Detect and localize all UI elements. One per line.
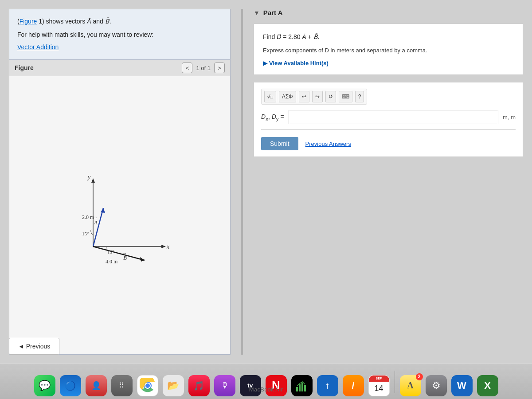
previous-button[interactable]: ◄ Previous — [9, 338, 59, 355]
find-equation: Find D⃗ = 2.80 Ā + B̄. — [263, 32, 514, 42]
dock-item-keynote[interactable]: / — [341, 367, 365, 396]
svg-rect-15 — [299, 384, 301, 391]
finder-icon: 🔵 — [60, 375, 81, 396]
svg-rect-17 — [304, 385, 306, 391]
sqrt-icon: √ — [267, 94, 270, 100]
submit-row: Submit Previous Answers — [261, 137, 516, 150]
launchpad-icon: ⠿ — [111, 375, 133, 396]
svg-text:→: → — [122, 250, 127, 255]
dock-item-netflix[interactable]: N — [264, 367, 288, 396]
dock-item-files[interactable]: 📂 — [161, 367, 185, 396]
dock-item-finder[interactable]: 🔵 — [59, 367, 82, 396]
figure-area: Figure < 1 of 1 > — [9, 60, 231, 355]
redo-btn[interactable]: ↪ — [312, 91, 323, 102]
dock-item-word[interactable]: W — [450, 367, 474, 396]
answer-input[interactable] — [289, 110, 498, 124]
part-collapse-arrow[interactable]: ▼ — [254, 9, 260, 16]
symbol-btn[interactable]: ΑΣΦ — [279, 91, 296, 102]
dock-item-messages[interactable]: 💬 — [33, 367, 57, 396]
svg-marker-1 — [91, 178, 95, 183]
photos-icon: ↑ — [317, 375, 338, 396]
dock-item-launchpad[interactable]: ⠿ — [110, 367, 134, 396]
svg-line-4 — [93, 208, 103, 246]
figure-canvas: y x 15° A → — [9, 76, 230, 354]
refresh-btn[interactable]: ↺ — [325, 91, 336, 102]
macos-dock: 💬 🔵 👤 ⠿ — [0, 364, 532, 399]
messages-icon: 💬 — [34, 375, 55, 396]
dock-item-chrome[interactable] — [136, 367, 160, 396]
part-content: Find D⃗ = 2.80 Ā + B̄. Express component… — [254, 23, 523, 75]
svg-line-7 — [93, 246, 145, 260]
appletv-icon: tv — [240, 375, 261, 396]
dock-item-calendar[interactable]: SEP 14 — [367, 367, 391, 396]
vector-a-label: A — [94, 219, 98, 226]
content-area: (Figure 1) shows vectors Ā and B̄. For h… — [0, 0, 532, 364]
notes-badge: 2 — [416, 373, 423, 380]
input-row: Dx, Dy = m, m — [261, 110, 516, 124]
chrome-icon — [137, 375, 158, 396]
problem-intro: (Figure 1) shows vectors Ā and B̄. — [17, 16, 222, 27]
y-axis-label: y — [87, 174, 91, 180]
calendar-date: 14 — [374, 384, 383, 393]
dock-separator — [395, 371, 395, 393]
calendar-month: SEP — [376, 377, 382, 380]
angle-a-label: 15° — [82, 231, 89, 236]
dock-item-music[interactable]: 🎵 — [187, 367, 211, 396]
left-panel: (Figure 1) shows vectors Ā and B̄. For h… — [9, 9, 231, 355]
keynote-icon: / — [343, 375, 364, 396]
undo-icon: ↩ — [302, 94, 306, 100]
right-panel: ▼ Part A Find D⃗ = 2.80 Ā + B̄. Express … — [254, 9, 523, 355]
symbol-text: ΑΣΦ — [282, 94, 293, 100]
separator — [261, 129, 516, 130]
svg-rect-16 — [301, 383, 303, 391]
dock-item-excel[interactable]: X — [476, 367, 500, 396]
help-icon: ? — [358, 94, 361, 100]
panel-divider — [241, 9, 243, 355]
dock-item-appletv[interactable]: tv — [239, 367, 262, 396]
length-a-label: 2.0 m — [82, 214, 94, 220]
answer-toolbar: √□ ΑΣΦ ↩ ↪ ↺ ⌨ — [261, 89, 367, 105]
answer-area: √□ ΑΣΦ ↩ ↪ ↺ ⌨ — [254, 82, 523, 157]
word-icon: W — [451, 375, 473, 396]
figure-label: Figure — [15, 64, 34, 71]
dock-item-contacts[interactable]: 👤 — [84, 367, 108, 396]
vector-addition-link[interactable]: Vector Addition — [17, 42, 222, 53]
unit-label: m, m — [503, 114, 516, 121]
dock-item-podcasts[interactable]: 🎙 — [213, 367, 237, 396]
svg-marker-3 — [161, 245, 166, 248]
figure-nav-label: 1 of 1 — [196, 65, 211, 71]
figure-nav: < 1 of 1 > — [182, 63, 225, 73]
svg-point-13 — [145, 383, 150, 388]
dock-item-stocks[interactable] — [290, 367, 314, 396]
keyboard-btn[interactable]: ⌨ — [339, 91, 352, 102]
svg-marker-8 — [140, 257, 145, 262]
part-label: Part A — [263, 9, 283, 16]
figure-link[interactable]: Figure — [20, 18, 37, 25]
figure-header: Figure < 1 of 1 > — [9, 60, 230, 76]
dock-item-photos[interactable]: ↑ — [316, 367, 340, 396]
hint-arrow: ▶ — [263, 60, 267, 66]
excel-icon: X — [477, 375, 498, 396]
previous-nav: ◄ Previous — [9, 338, 59, 355]
part-header: ▼ Part A — [254, 9, 523, 16]
submit-button[interactable]: Submit — [261, 137, 298, 150]
refresh-icon: ↺ — [329, 94, 333, 100]
keyboard-icon: ⌨ — [342, 94, 349, 100]
files-icon: 📂 — [163, 375, 184, 396]
length-b-label: 4.0 m — [106, 258, 118, 264]
previous-answers-link[interactable]: Previous Answers — [305, 141, 351, 147]
figure-prev-btn[interactable]: < — [182, 63, 192, 73]
dock-item-notes[interactable]: A 2 — [399, 367, 422, 396]
dock-item-sysprefs[interactable]: ⚙ — [424, 367, 448, 396]
angle-b-label: 15° — [107, 249, 114, 254]
undo-btn[interactable]: ↩ — [299, 91, 309, 102]
notes-icon: A 2 — [400, 375, 421, 396]
sqrt-btn[interactable]: √□ — [264, 91, 276, 102]
help-btn[interactable]: ? — [355, 91, 364, 102]
redo-icon: ↪ — [315, 94, 320, 100]
figure-next-btn[interactable]: > — [214, 63, 225, 73]
vector-diagram: y x 15° A → — [58, 167, 182, 264]
express-instruction: Express components of D in meters and se… — [263, 46, 514, 55]
hint-link[interactable]: ▶ View Available Hint(s) — [263, 60, 514, 66]
music-icon: 🎵 — [188, 375, 210, 396]
